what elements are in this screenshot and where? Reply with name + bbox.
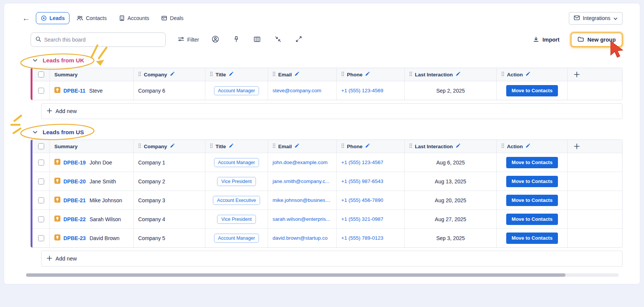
select-all-checkbox[interactable] bbox=[38, 71, 44, 78]
collapse-button[interactable] bbox=[273, 34, 283, 45]
table-row[interactable]: DPBE-19 John Doe Company 1 Account Manag… bbox=[32, 153, 622, 172]
email-link[interactable]: sarah.wilson@enterpris... bbox=[273, 216, 330, 222]
drag-handle-icon[interactable] bbox=[273, 143, 276, 149]
phone-link[interactable]: +1 (555) 789-0123 bbox=[341, 235, 383, 241]
drag-handle-icon[interactable] bbox=[501, 71, 504, 78]
issue-key[interactable]: DPBE-20 bbox=[63, 178, 86, 185]
summary-cell[interactable]: DPBE-11 Steve bbox=[50, 81, 134, 100]
edit-column-icon[interactable] bbox=[170, 71, 175, 78]
tab-leads[interactable]: Leads bbox=[36, 12, 69, 24]
new-group-button[interactable]: New group bbox=[571, 33, 622, 47]
title-cell[interactable]: Vice President bbox=[205, 210, 268, 228]
title-cell[interactable]: Vice President bbox=[205, 172, 268, 191]
email-cell[interactable]: john.doe@example.com bbox=[268, 153, 337, 172]
edit-column-icon[interactable] bbox=[525, 71, 530, 78]
issue-key[interactable]: DPBE-11 bbox=[63, 88, 85, 94]
drag-handle-icon[interactable] bbox=[138, 143, 141, 149]
horizontal-scrollbar-thumb[interactable] bbox=[26, 273, 565, 277]
horizontal-scrollbar-track[interactable] bbox=[26, 273, 619, 277]
email-cell[interactable]: mike.johnson@business... bbox=[268, 191, 337, 209]
drag-handle-icon[interactable] bbox=[409, 143, 412, 149]
column-header-summary[interactable]: Summary bbox=[50, 140, 134, 153]
company-cell[interactable]: Company 4 bbox=[134, 210, 205, 228]
column-header-summary[interactable]: Summary bbox=[50, 68, 134, 81]
column-header-company[interactable]: Company bbox=[134, 68, 205, 81]
company-cell[interactable]: Company 2 bbox=[134, 172, 205, 191]
drag-handle-icon[interactable] bbox=[273, 71, 276, 78]
edit-column-icon[interactable] bbox=[229, 143, 234, 149]
move-to-contacts-button[interactable]: Move to Contacts bbox=[506, 157, 558, 168]
table-row[interactable]: DPBE-21 Mike Johnson Company 3 Account E… bbox=[32, 191, 622, 209]
row-checkbox[interactable] bbox=[38, 235, 44, 241]
pin-button[interactable] bbox=[232, 34, 241, 45]
table-row[interactable]: DPBE-23 David Brown Company 5 Account Ma… bbox=[32, 228, 622, 247]
title-cell[interactable]: Account Executive bbox=[205, 191, 268, 209]
phone-link[interactable]: +1 (555) 123-4569 bbox=[341, 88, 383, 93]
tab-deals[interactable]: Deals bbox=[156, 12, 188, 24]
move-to-contacts-button[interactable]: Move to Contacts bbox=[506, 85, 558, 96]
assignee-filter-button[interactable] bbox=[210, 34, 220, 45]
last-interaction-cell[interactable]: Aug 27, 2025 bbox=[405, 210, 497, 228]
drag-handle-icon[interactable] bbox=[409, 71, 412, 78]
phone-link[interactable]: +1 (555) 321-0987 bbox=[341, 216, 383, 222]
row-checkbox[interactable] bbox=[38, 178, 44, 185]
last-interaction-cell[interactable]: Aug 13, 2025 bbox=[405, 172, 497, 191]
column-header-company[interactable]: Company bbox=[134, 140, 205, 153]
title-cell[interactable]: Account Manager bbox=[205, 229, 268, 247]
edit-column-icon[interactable] bbox=[456, 71, 461, 78]
drag-handle-icon[interactable] bbox=[138, 71, 141, 78]
company-cell[interactable]: Company 1 bbox=[134, 153, 205, 172]
email-cell[interactable]: steve@company.com bbox=[268, 81, 337, 100]
phone-cell[interactable]: +1 (555) 456-7890 bbox=[337, 191, 405, 209]
email-cell[interactable]: sarah.wilson@enterpris... bbox=[268, 210, 337, 228]
issue-key[interactable]: DPBE-21 bbox=[63, 197, 86, 203]
drag-handle-icon[interactable] bbox=[210, 143, 213, 149]
column-header-action[interactable]: Action bbox=[497, 68, 568, 81]
company-cell[interactable]: Company 5 bbox=[134, 229, 205, 247]
company-cell[interactable]: Company 6 bbox=[134, 81, 205, 100]
edit-column-icon[interactable] bbox=[294, 143, 299, 149]
email-link[interactable]: mike.johnson@business... bbox=[273, 197, 332, 203]
edit-column-icon[interactable] bbox=[365, 143, 370, 149]
email-link[interactable]: jane.smith@company.c... bbox=[273, 178, 330, 184]
drag-handle-icon[interactable] bbox=[210, 71, 213, 78]
phone-cell[interactable]: +1 (555) 123-4567 bbox=[337, 153, 405, 172]
collapse-group-chevron[interactable] bbox=[31, 129, 39, 135]
row-checkbox[interactable] bbox=[38, 88, 44, 94]
edit-column-icon[interactable] bbox=[229, 71, 234, 78]
import-button[interactable]: Import bbox=[533, 36, 559, 43]
tab-accounts[interactable]: Accounts bbox=[114, 12, 154, 24]
add-new-row[interactable]: Add new bbox=[41, 251, 622, 267]
column-header-title[interactable]: Title bbox=[205, 68, 268, 81]
phone-cell[interactable]: +1 (555) 987-6543 bbox=[337, 172, 405, 191]
row-checkbox[interactable] bbox=[38, 160, 44, 166]
email-link[interactable]: steve@company.com bbox=[273, 88, 321, 93]
column-header-title[interactable]: Title bbox=[205, 140, 268, 153]
summary-cell[interactable]: DPBE-20 Jane Smith bbox=[50, 172, 134, 191]
column-header-last-interaction[interactable]: Last Interaction bbox=[405, 140, 497, 153]
phone-link[interactable]: +1 (555) 123-4567 bbox=[341, 160, 383, 165]
phone-cell[interactable]: +1 (555) 123-4569 bbox=[337, 81, 405, 100]
edit-column-icon[interactable] bbox=[525, 143, 530, 149]
last-interaction-cell[interactable]: Aug 20, 2025 bbox=[405, 191, 497, 209]
collapse-group-chevron[interactable] bbox=[31, 57, 39, 64]
email-cell[interactable]: jane.smith@company.c... bbox=[268, 172, 337, 191]
expand-button[interactable] bbox=[294, 34, 304, 45]
column-header-phone[interactable]: Phone bbox=[337, 68, 405, 81]
drag-handle-icon[interactable] bbox=[341, 143, 344, 149]
move-to-contacts-button[interactable]: Move to Contacts bbox=[506, 176, 558, 187]
column-header-last-interaction[interactable]: Last Interaction bbox=[405, 68, 497, 81]
select-all-checkbox[interactable] bbox=[38, 143, 44, 149]
email-link[interactable]: john.doe@example.com bbox=[273, 160, 328, 165]
add-new-row[interactable]: Add new bbox=[41, 103, 622, 119]
phone-cell[interactable]: +1 (555) 789-0123 bbox=[337, 229, 405, 247]
row-checkbox[interactable] bbox=[38, 197, 44, 203]
group-title[interactable]: Leads from UK bbox=[43, 57, 84, 64]
summary-cell[interactable]: DPBE-23 David Brown bbox=[50, 229, 134, 247]
add-column-button[interactable] bbox=[573, 71, 581, 78]
summary-cell[interactable]: DPBE-19 John Doe bbox=[50, 153, 134, 172]
last-interaction-cell[interactable]: Aug 6, 2025 bbox=[405, 153, 497, 172]
add-column-button[interactable] bbox=[573, 143, 581, 150]
edit-column-icon[interactable] bbox=[456, 143, 461, 149]
phone-link[interactable]: +1 (555) 456-7890 bbox=[341, 197, 383, 203]
